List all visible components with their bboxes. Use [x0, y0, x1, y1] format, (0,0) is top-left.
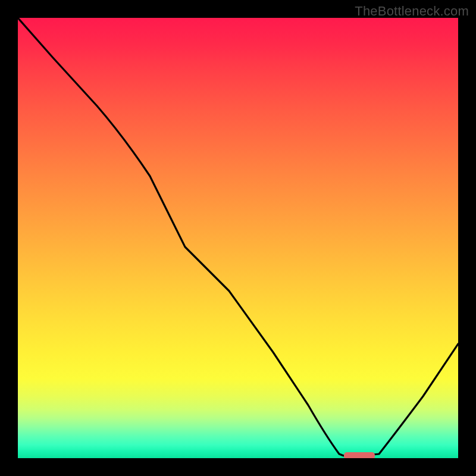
optimal-range-marker: [344, 452, 375, 458]
plot-area: [18, 18, 458, 458]
chart-frame: TheBottleneck.com: [0, 0, 476, 476]
bottleneck-curve-path: [18, 18, 458, 456]
watermark-text: TheBottleneck.com: [355, 4, 469, 19]
bottleneck-curve-layer: [18, 18, 458, 458]
